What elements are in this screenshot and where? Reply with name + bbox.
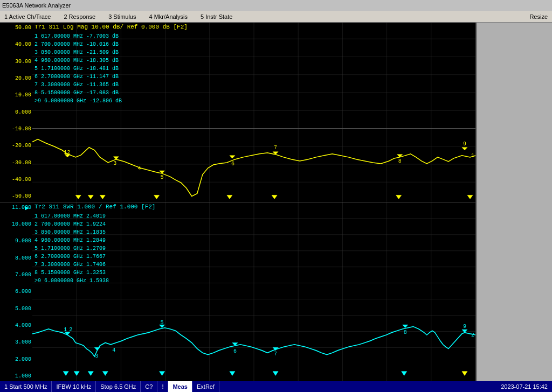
svg-marker-42: [396, 195, 402, 199]
svg-marker-84: [230, 371, 235, 375]
svg-marker-82: [102, 371, 108, 375]
yaxis2-tick: 4.000: [1, 323, 31, 328]
status-meas[interactable]: Meas: [168, 381, 192, 392]
menu-response[interactable]: 2 Response: [61, 12, 98, 21]
svg-marker-39: [154, 195, 160, 199]
svg-marker-33: [462, 148, 467, 150]
svg-marker-41: [272, 195, 277, 199]
status-extref: ExtRef: [192, 381, 219, 392]
trace1-canvas[interactable]: Tr1 S11 Log Mag 10.00 dB/ Ref 0.000 dB […: [32, 23, 475, 202]
status-stop: Stop 6.5 GHz: [96, 381, 141, 392]
yaxis1-tick: -20.00: [1, 143, 31, 149]
right-panel: [477, 23, 552, 381]
svg-marker-22: [113, 157, 119, 159]
svg-text:1: 1: [471, 153, 474, 159]
status-datetime: 2023-07-21 15:42: [496, 381, 552, 392]
svg-text:4: 4: [112, 346, 115, 353]
svg-marker-81: [88, 371, 93, 375]
svg-marker-83: [160, 371, 165, 375]
svg-marker-37: [88, 195, 93, 199]
trace2-panel: 11.00010.0009.0008.0007.0006.0005.0004.0…: [0, 202, 475, 382]
svg-text:1: 1: [64, 326, 67, 333]
svg-text:2: 2: [67, 150, 70, 156]
svg-marker-85: [273, 371, 278, 375]
svg-text:6: 6: [233, 347, 237, 354]
marker-row: 6 2.7000000 GHz 1.7667: [34, 253, 109, 261]
yaxis2-tick: 7.000: [1, 272, 31, 278]
svg-marker-79: [63, 371, 68, 375]
title-text: E5063A Network Analyzer: [2, 2, 71, 9]
main-area: 50.0040.0030.0020.0010.000.000-10.00-20.…: [0, 23, 552, 381]
svg-text:2: 2: [471, 331, 474, 338]
yaxis1-tick: -50.00: [1, 193, 31, 199]
datetime-label: 2023-07-21 15:42: [501, 383, 548, 390]
yaxis1-tick: -40.00: [1, 177, 31, 183]
svg-marker-36: [75, 195, 81, 199]
chart-area: 50.0040.0030.0020.0010.000.000-10.00-20.…: [0, 23, 477, 381]
svg-marker-87: [462, 371, 467, 375]
svg-text:3: 3: [95, 352, 98, 359]
exclamation-label: !: [162, 383, 163, 390]
status-start: 1 Start 500 MHz: [0, 381, 52, 392]
menu-active-ch[interactable]: 1 Active Ch/Trace: [2, 12, 53, 21]
svg-text:5: 5: [161, 319, 164, 326]
svg-marker-80: [74, 371, 79, 375]
trace1-header: Tr1 S11 Log Mag 10.00 dB/ Ref 0.000 dB […: [34, 24, 188, 30]
marker-row: 2 700.00000 MHz -10.016 dB: [34, 40, 122, 48]
yaxis2-tick: 1.000: [1, 373, 31, 379]
yaxis2-tick: 6.000: [1, 289, 31, 295]
svg-marker-65: [94, 347, 100, 351]
trace2-yaxis: 11.00010.0009.0008.0007.0006.0005.0004.0…: [0, 202, 32, 382]
svg-text:7: 7: [274, 145, 277, 151]
svg-marker-40: [227, 195, 232, 199]
svg-marker-74: [403, 325, 408, 328]
trace2-header-text: Tr2 S11 SWR 1.000 / Ref 1.000 [F2]: [34, 204, 155, 210]
resize-button[interactable]: Resize: [527, 12, 550, 21]
yaxis2-tick: 9.000: [1, 238, 31, 244]
svg-text:5: 5: [161, 174, 164, 180]
marker-row: >9 6.0000000 GHz -12.806 dB: [34, 97, 122, 105]
trace2-canvas[interactable]: ▶ Tr2 S11 SWR 1.000 / Ref 1.000 [F2] 1 6…: [32, 202, 475, 382]
marker-row: 7 3.3000000 GHz -11.365 dB: [34, 81, 122, 89]
status-exclamation: !: [157, 381, 168, 392]
menu-instr-state[interactable]: 5 Instr State: [198, 12, 234, 21]
yaxis1-tick: -30.00: [1, 160, 31, 166]
yaxis2-tick: 8.000: [1, 255, 31, 261]
yaxis1-tick: 40.00: [1, 41, 31, 47]
trace1-header-text: Tr1 S11 Log Mag 10.00 dB/ Ref 0.000 dB […: [34, 24, 188, 30]
marker-row: 1 617.00000 MHz -7.7003 dB: [34, 32, 122, 40]
svg-text:8: 8: [398, 158, 402, 164]
svg-text:9: 9: [463, 141, 466, 147]
marker-row: 4 960.00000 MHz -18.305 dB: [34, 57, 122, 65]
trace1-panel: 50.0040.0030.0020.0010.000.000-10.00-20.…: [0, 23, 475, 202]
marker-row: 1 617.00000 MHz 2.4019: [34, 212, 109, 220]
trace2-header: Tr2 S11 SWR 1.000 / Ref 1.000 [F2]: [34, 204, 155, 210]
marker-row: 2 700.00000 MHz 1.9224: [34, 220, 109, 228]
yaxis1-tick: 20.00: [1, 75, 31, 81]
marker-row: 8 5.1500000 GHz -17.083 dB: [34, 89, 122, 97]
marker-row: >9 6.0000000 GHz 1.5938: [34, 277, 109, 285]
menu-stimulus[interactable]: 3 Stimulus: [106, 12, 138, 21]
marker-row: 8 5.1500000 GHz 1.3253: [34, 269, 109, 277]
svg-text:2: 2: [69, 326, 72, 333]
menu-mkr[interactable]: 4 Mkr/Analysis: [147, 12, 190, 21]
yaxis2-tick: 10.000: [1, 221, 31, 227]
yaxis1-tick: 10.00: [1, 92, 31, 98]
marker-row: 5 1.7100000 GHz 1.2709: [34, 244, 109, 253]
start-freq-label: 1 Start 500 MHz: [4, 383, 47, 390]
trace2-marker-table: 1 617.00000 MHz 2.40192 700.00000 MHz 1.…: [34, 212, 109, 285]
trace1-marker-table: 1 617.00000 MHz -7.7003 dB2 700.00000 MH…: [34, 32, 122, 105]
yaxis2-tick: 3.000: [1, 339, 31, 345]
svg-marker-38: [100, 195, 105, 199]
yaxis1-tick: 0.000: [1, 109, 31, 115]
channel-label: C?: [145, 383, 153, 390]
svg-text:3: 3: [113, 160, 116, 166]
marker-row: 4 960.00000 MHz 1.2849: [34, 236, 109, 244]
yaxis1-tick: 50.00: [1, 25, 31, 31]
svg-text:6: 6: [231, 161, 234, 167]
status-ifbw: IFBW 10 kHz: [52, 381, 96, 392]
svg-marker-27: [230, 156, 235, 158]
active-trace-indicator: ▶: [25, 204, 29, 212]
status-channel: C?: [141, 381, 157, 392]
svg-text:4: 4: [137, 166, 141, 172]
